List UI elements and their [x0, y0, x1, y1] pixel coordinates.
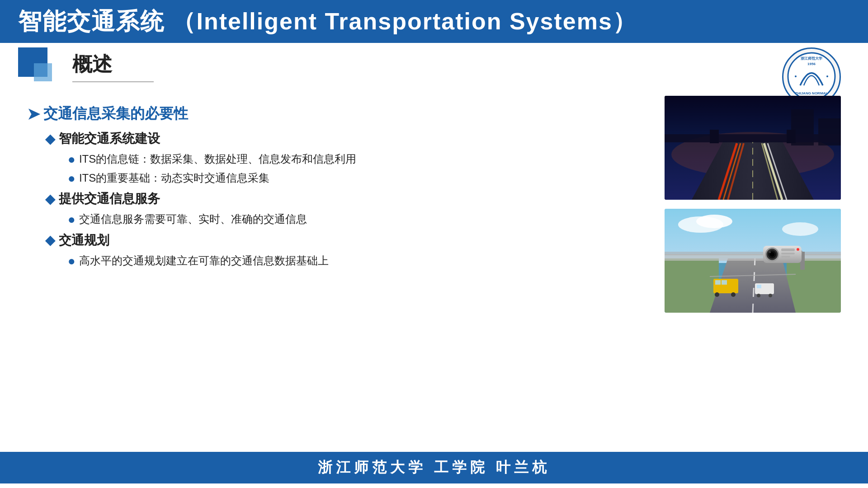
svg-rect-32 — [665, 252, 841, 255]
svg-rect-27 — [787, 258, 841, 313]
main-content: 概述 ZHIJANG NORMAL UNIVERSITY 浙江师范大学 — [0, 43, 868, 452]
svg-rect-21 — [787, 130, 796, 143]
svg-rect-19 — [665, 134, 841, 142]
svg-text:ZHIJANG NORMAL: ZHIJANG NORMAL — [795, 91, 828, 95]
sub-point-1: ◆ 智能交通系统建设 — [45, 130, 646, 147]
footer: 浙江师范大学 工学院 叶兰杭 — [0, 452, 868, 483]
svg-rect-26 — [665, 258, 719, 313]
highway-svg — [665, 96, 841, 200]
diamond-icon-2: ◆ — [45, 192, 55, 206]
main-point-1: ➤ 交通信息采集的必要性 — [27, 104, 646, 124]
bullet-3-1-text: 高水平的交通规划建立在可靠的交通信息数据基础上 — [79, 253, 329, 268]
logo-inner: ZHIJANG NORMAL UNIVERSITY 浙江师范大学 1956 — [787, 52, 836, 102]
bullet-dot-2: ● — [68, 171, 75, 186]
svg-point-41 — [769, 294, 772, 297]
svg-point-36 — [715, 292, 719, 297]
bullet-2-1: ● 交通信息服务需要可靠、实时、准确的交通信息 — [68, 212, 646, 227]
svg-point-6 — [826, 75, 828, 77]
sub-point-3: ◆ 交通规划 — [45, 232, 646, 249]
svg-rect-50 — [781, 253, 795, 254]
bullet-1-2: ● ITS的重要基础：动态实时交通信息采集 — [68, 171, 646, 186]
highway-image — [665, 96, 841, 200]
bullet-1-1-text: ITS的信息链：数据采集、数据处理、信息发布和信息利用 — [79, 152, 356, 166]
images-column — [665, 91, 841, 447]
camera-image — [665, 209, 841, 313]
svg-point-24 — [696, 215, 732, 228]
bullet-1-1: ● ITS的信息链：数据采集、数据处理、信息发布和信息利用 — [68, 152, 646, 167]
bullet-dot-3: ● — [68, 212, 75, 227]
bullet-1-2-text: ITS的重要基础：动态实时交通信息采集 — [79, 171, 269, 185]
sub-point-2: ◆ 提供交通信息服务 — [45, 190, 646, 207]
camera-svg — [665, 209, 841, 313]
header-title: 智能交通系统 （Intelligent Transportation Syste… — [18, 6, 637, 38]
bullet-2-1-text: 交通信息服务需要可靠、实时、准确的交通信息 — [79, 212, 307, 226]
svg-text:1956: 1956 — [807, 62, 816, 66]
svg-point-47 — [770, 252, 774, 257]
footer-text: 浙江师范大学 工学院 叶兰杭 — [318, 458, 550, 478]
svg-rect-39 — [757, 285, 761, 288]
sub-point-3-text: 交通规划 — [59, 232, 109, 249]
text-column: ➤ 交通信息采集的必要性 ◆ 智能交通系统建设 ● ITS的信息链：数据采集、数… — [27, 91, 646, 447]
arrow-icon-1: ➤ — [27, 105, 40, 123]
blue-square-small — [34, 63, 52, 81]
svg-rect-49 — [781, 249, 795, 251]
content-body: ➤ 交通信息采集的必要性 ◆ 智能交通系统建设 ● ITS的信息链：数据采集、数… — [0, 82, 868, 452]
sub-point-1-text: 智能交通系统建设 — [59, 130, 160, 147]
svg-rect-20 — [710, 130, 719, 143]
svg-point-48 — [769, 251, 771, 253]
svg-point-5 — [795, 75, 797, 77]
bullet-3-1: ● 高水平的交通规划建立在可靠的交通信息数据基础上 — [68, 253, 646, 269]
main-point-1-text: 交通信息采集的必要性 — [43, 104, 188, 124]
svg-rect-35 — [722, 280, 727, 285]
svg-rect-34 — [715, 280, 721, 285]
bullet-dot-4: ● — [68, 253, 75, 269]
section-title: 概述 — [72, 51, 154, 82]
decoration-squares — [18, 47, 54, 84]
section-header: 概述 ZHIJANG NORMAL UNIVERSITY 浙江师范大学 — [0, 43, 868, 82]
logo-svg: ZHIJANG NORMAL UNIVERSITY 浙江师范大学 1956 — [787, 52, 836, 101]
svg-point-37 — [731, 292, 736, 297]
svg-point-52 — [797, 248, 799, 251]
sub-point-2-text: 提供交通信息服务 — [59, 190, 160, 207]
svg-point-25 — [782, 222, 818, 236]
section-title-wrap: 概述 — [72, 51, 841, 82]
svg-point-40 — [757, 294, 760, 297]
bullet-dot-1: ● — [68, 152, 75, 167]
diamond-icon-3: ◆ — [45, 233, 55, 248]
svg-text:浙江师范大学: 浙江师范大学 — [801, 56, 822, 61]
diamond-icon-1: ◆ — [45, 131, 55, 146]
svg-rect-51 — [781, 256, 790, 258]
header: 智能交通系统 （Intelligent Transportation Syste… — [0, 0, 868, 43]
